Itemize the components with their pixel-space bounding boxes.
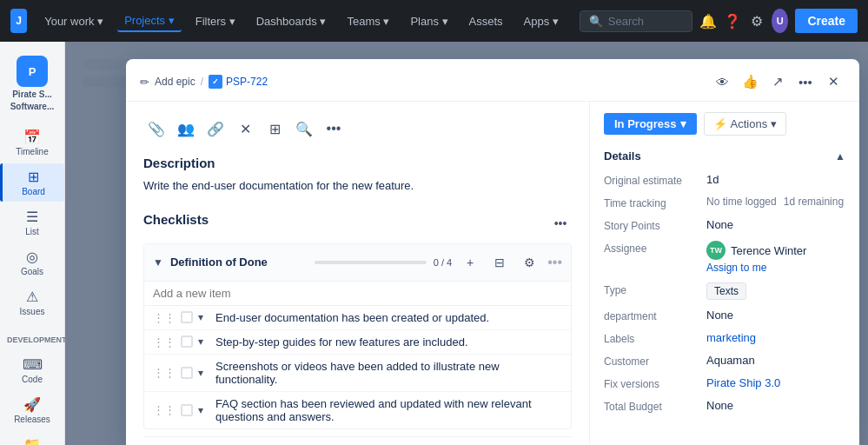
sidebar-item-code[interactable]: ⌨ Code xyxy=(0,351,64,389)
search-icon: 🔍 xyxy=(589,15,603,28)
settings-icon[interactable]: ⚙ xyxy=(748,9,765,33)
user-avatar[interactable]: U xyxy=(772,9,788,33)
checklists-title: Checklists xyxy=(143,212,209,227)
apps-button[interactable]: ⊞ xyxy=(262,116,288,142)
nav-dashboards[interactable]: Dashboards ▾ xyxy=(249,11,334,31)
search-button[interactable]: 🔍 xyxy=(291,116,317,142)
detail-row-type: Type Texts xyxy=(604,282,845,300)
watch-button[interactable]: 👁 xyxy=(710,70,734,94)
item-text-4: FAQ section has been reviewed and update… xyxy=(215,397,562,423)
drag-handle-icon[interactable]: ⋮⋮ xyxy=(153,366,176,379)
drag-handle-icon[interactable]: ⋮⋮ xyxy=(153,403,176,416)
more-options-button[interactable]: ••• xyxy=(793,70,818,94)
help-icon[interactable]: ❓ xyxy=(724,9,741,33)
assign-me-link[interactable]: Assign to me xyxy=(706,262,806,274)
attach-button[interactable]: 📎 xyxy=(143,116,169,142)
details-section: Details ▲ Original estimate 1d Time trac… xyxy=(604,149,845,413)
create-button[interactable]: Create xyxy=(795,9,858,33)
story-points-value[interactable]: None xyxy=(706,218,845,231)
estimate-label: Original estimate xyxy=(604,173,699,187)
item-checkbox-4[interactable] xyxy=(181,404,193,416)
nav-assets[interactable]: Assets xyxy=(462,11,510,31)
project-name: Pirate S... xyxy=(12,90,52,99)
nav-plans[interactable]: Plans ▾ xyxy=(403,11,454,31)
assignee-name[interactable]: Terence Winter xyxy=(731,244,806,257)
checklist-settings-button[interactable]: ⚙ xyxy=(518,251,540,274)
estimate-value[interactable]: 1d xyxy=(706,173,845,186)
checklist-more-button[interactable]: ••• xyxy=(549,212,572,235)
budget-value[interactable]: None xyxy=(706,399,845,412)
checklist-collapse-icon[interactable]: ▼ xyxy=(153,256,163,269)
nav-teams[interactable]: Teams ▾ xyxy=(340,11,396,31)
child-issues-button[interactable]: 👥 xyxy=(173,116,199,142)
app-logo[interactable]: J xyxy=(10,9,27,33)
fix-versions-value[interactable]: Pirate Ship 3.0 xyxy=(706,376,845,389)
checklist-progress-bar xyxy=(315,261,427,264)
list-icon: ☰ xyxy=(26,209,38,225)
sidebar-item-goals[interactable]: ◎ Goals xyxy=(0,243,64,282)
item-expand-icon-3[interactable]: ▾ xyxy=(198,367,210,379)
add-item-input[interactable] xyxy=(153,287,562,300)
like-button[interactable]: 👍 xyxy=(738,70,762,94)
item-checkbox-1[interactable] xyxy=(181,311,193,323)
sidebar-project[interactable]: P Pirate S... Software... xyxy=(0,49,64,118)
detail-row-assignee: Assignee TW Terence Winter Assign to me xyxy=(604,241,845,274)
sidebar-item-board[interactable]: ⊞ Board xyxy=(0,163,64,202)
detail-row-budget: Total Budget None xyxy=(604,399,845,413)
status-button[interactable]: In Progress ▾ xyxy=(604,113,697,135)
item-expand-icon-4[interactable]: ▾ xyxy=(198,404,210,416)
more-actions-button[interactable]: ••• xyxy=(321,116,347,142)
assignee-label: Assignee xyxy=(604,241,699,255)
link-button[interactable]: 🔗 xyxy=(202,116,229,142)
share-button[interactable]: ↗ xyxy=(765,70,790,94)
close-button[interactable]: ✕ xyxy=(821,70,845,94)
nav-filters[interactable]: Filters ▾ xyxy=(189,11,242,31)
modal-toolbar-actions: 👁 👍 ↗ ••• ✕ xyxy=(710,70,845,94)
project-settings-icon: 📁 xyxy=(23,436,41,445)
labels-value[interactable]: marketing xyxy=(706,331,845,344)
item-text-1: End-user documentation has been created … xyxy=(215,311,562,324)
checklist-item-more-icon[interactable]: ••• xyxy=(547,255,562,270)
item-expand-icon-2[interactable]: ▾ xyxy=(198,335,210,348)
item-text-3: Screenshots or videos have been added to… xyxy=(215,360,562,386)
nav-apps[interactable]: Apps ▾ xyxy=(517,11,566,31)
item-expand-icon-1[interactable]: ▾ xyxy=(198,311,210,323)
type-badge[interactable]: Texts xyxy=(706,282,746,300)
checklist-item: ⋮⋮ ▾ Step-by-step guides for new feature… xyxy=(144,330,571,355)
quick-actions-bar: 📎 👥 🔗 ✕ ⊞ 🔍 ••• xyxy=(143,116,572,142)
content-area: Trick or treat ✏ Add epic / ✓ PSP-722 👁 xyxy=(65,42,868,445)
drag-handle-icon[interactable]: ⋮⋮ xyxy=(153,335,176,349)
item-checkbox-2[interactable] xyxy=(181,335,193,348)
search-bar[interactable]: 🔍 Search xyxy=(580,10,692,32)
top-navigation: J Your work ▾ Projects ▾ Filters ▾ Dashb… xyxy=(0,0,868,42)
department-value[interactable]: None xyxy=(706,309,845,322)
customer-value[interactable]: Aquaman xyxy=(706,354,845,367)
checklist-add-button[interactable]: + xyxy=(459,251,481,274)
checklist-grid-button[interactable]: ⊟ xyxy=(488,251,511,274)
sidebar-item-issues[interactable]: ⚠ Issues xyxy=(0,283,64,322)
drag-handle-icon[interactable]: ⋮⋮ xyxy=(153,311,176,324)
nav-your-work[interactable]: Your work ▾ xyxy=(37,11,110,31)
sidebar-item-project[interactable]: 📁 Project... xyxy=(0,431,64,445)
releases-icon: 🚀 xyxy=(23,396,41,413)
sidebar-item-list[interactable]: ☰ List xyxy=(0,203,64,242)
story-points-label: Story Points xyxy=(604,218,699,232)
actions-button[interactable]: ⚡ Actions ▾ xyxy=(704,112,787,136)
actions-dropdown-icon: ▾ xyxy=(771,117,777,130)
checklist-progress-text: 0 / 4 xyxy=(434,257,452,268)
modal-breadcrumb: ✏ Add epic / ✓ PSP-722 xyxy=(140,75,703,89)
details-collapse-icon: ▲ xyxy=(835,150,845,163)
add-epic-link[interactable]: Add epic xyxy=(155,76,195,88)
sidebar-item-releases[interactable]: 🚀 Releases xyxy=(0,391,64,429)
item-checkbox-3[interactable] xyxy=(181,367,193,379)
project-icon: P xyxy=(17,56,48,87)
sidebar-item-timeline[interactable]: 📅 Timeline xyxy=(0,123,64,162)
checklist-group-header: ▼ Definition of Done 0 / 4 + ⊟ xyxy=(144,244,571,282)
details-header[interactable]: Details ▲ xyxy=(604,149,845,163)
actions-lightning-icon: ⚡ xyxy=(713,117,727,130)
nav-projects[interactable]: Projects ▾ xyxy=(117,10,182,32)
notifications-icon[interactable]: 🔔 xyxy=(699,9,717,33)
type-label: Type xyxy=(604,282,699,296)
issue-id[interactable]: ✓ PSP-722 xyxy=(209,75,268,89)
sprint-button[interactable]: ✕ xyxy=(232,116,258,142)
